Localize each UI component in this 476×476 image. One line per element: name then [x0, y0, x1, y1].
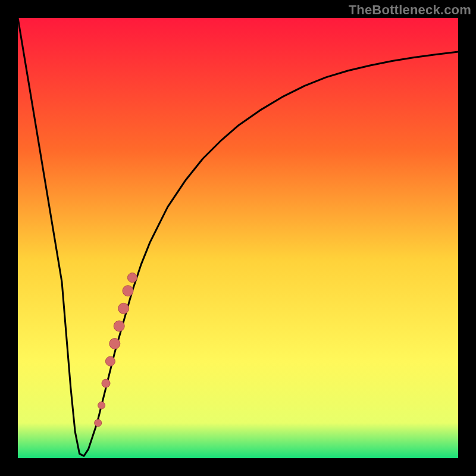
marker-point: [127, 273, 137, 283]
watermark-text: TheBottleneck.com: [349, 2, 471, 18]
marker-point: [98, 402, 105, 409]
marker-point: [114, 321, 124, 331]
bottleneck-curve: [18, 18, 458, 456]
plot-area: [18, 18, 458, 458]
chart-frame: TheBottleneck.com: [0, 0, 476, 476]
marker-point: [123, 286, 133, 296]
curve-layer: [18, 18, 458, 458]
marker-point: [95, 419, 102, 427]
marker-point: [105, 356, 115, 366]
marker-point: [118, 303, 129, 314]
marker-point: [109, 339, 120, 349]
marker-point: [102, 379, 110, 387]
